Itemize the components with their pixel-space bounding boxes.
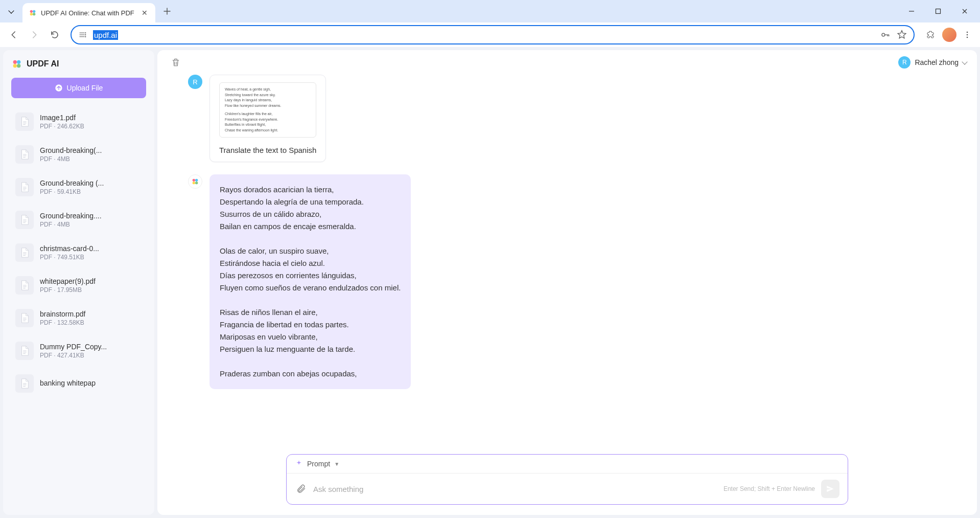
minimize-button[interactable] — [900, 3, 923, 20]
file-item[interactable]: whitepaper(9).pdf PDF · 17.95MB — [11, 270, 146, 301]
chat-area: R Waves of heat, a gentle sigh,Stretchin… — [157, 75, 977, 448]
file-meta: PDF · 427.41KB — [40, 352, 142, 359]
forward-button[interactable] — [26, 26, 43, 43]
send-button[interactable] — [821, 480, 839, 498]
tab-title: UPDF AI Online: Chat with PDF — [41, 9, 136, 17]
file-item[interactable]: Image1.pdf PDF · 246.62KB — [11, 106, 146, 137]
upload-label: Upload File — [67, 84, 103, 92]
caret-down-icon: ▼ — [334, 461, 339, 467]
user-dropdown[interactable]: R Rachel zhong — [898, 56, 967, 69]
main-area: R Rachel zhong R Waves of heat, a gentle… — [157, 50, 977, 515]
file-meta: PDF · 4MB — [40, 155, 142, 163]
chat-input-container: Prompt ▼ Enter Send; Shift + Enter Newli… — [286, 454, 848, 505]
svg-point-8 — [882, 33, 885, 36]
svg-point-5 — [85, 32, 86, 33]
sidebar: UPDF AI Upload File Image1.pdf PDF · 246… — [3, 50, 154, 515]
reload-button[interactable] — [46, 26, 63, 43]
back-button[interactable] — [5, 26, 22, 43]
svg-point-15 — [17, 64, 20, 67]
prompt-label: Prompt — [307, 460, 330, 468]
document-icon — [15, 243, 34, 262]
document-icon — [15, 211, 34, 229]
file-meta: PDF · 749.51KB — [40, 254, 142, 261]
file-meta: PDF · 17.95MB — [40, 286, 142, 294]
svg-point-13 — [17, 60, 20, 64]
upload-icon — [55, 84, 63, 92]
tab-search-dropdown[interactable] — [4, 4, 18, 18]
user-name: Rachel zhong — [915, 58, 959, 66]
svg-point-7 — [85, 36, 86, 37]
ai-message-text: Rayos dorados acarician la tierra, Despe… — [220, 184, 401, 380]
file-meta: PDF · 59.41KB — [40, 188, 142, 195]
svg-point-12 — [13, 60, 17, 64]
svg-point-3 — [33, 13, 35, 15]
file-name: whitepaper(9).pdf — [40, 277, 142, 285]
svg-point-9 — [967, 32, 968, 33]
document-icon — [15, 342, 34, 360]
svg-point-6 — [85, 34, 86, 35]
attach-button[interactable] — [295, 483, 307, 495]
svg-point-18 — [195, 179, 198, 182]
svg-point-20 — [195, 182, 198, 184]
attached-document-thumbnail[interactable]: Waves of heat, a gentle sigh,Stretching … — [219, 82, 316, 138]
file-name: Dummy PDF_Copy... — [40, 343, 142, 351]
prompt-selector[interactable]: Prompt ▼ — [287, 455, 848, 474]
file-name: Ground-breaking(... — [40, 146, 142, 154]
svg-rect-4 — [936, 9, 941, 14]
document-icon — [15, 374, 34, 393]
file-item[interactable]: christmas-card-0... PDF · 749.51KB — [11, 237, 146, 268]
chevron-down-icon — [962, 59, 967, 64]
sidebar-title: UPDF AI — [27, 59, 59, 69]
extensions-button[interactable] — [922, 26, 939, 43]
input-hint: Enter Send; Shift + Enter Newline — [724, 485, 815, 492]
user-message-text: Translate the text to Spanish — [219, 146, 316, 154]
file-name: Image1.pdf — [40, 114, 142, 122]
svg-point-2 — [30, 13, 33, 15]
file-item[interactable]: banking whitepap — [11, 368, 146, 399]
ai-message-bubble: Rayos dorados acarician la tierra, Despe… — [209, 174, 411, 389]
password-key-icon[interactable] — [880, 29, 891, 40]
file-name: Ground-breaking.... — [40, 212, 142, 220]
upload-file-button[interactable]: Upload File — [11, 78, 146, 98]
file-name: brainstorm.pdf — [40, 310, 142, 318]
file-name: banking whitepap — [40, 379, 142, 387]
profile-avatar[interactable] — [942, 28, 956, 42]
user-message-avatar: R — [188, 75, 202, 89]
user-avatar: R — [898, 56, 911, 69]
bookmark-star-icon[interactable] — [896, 29, 907, 40]
document-icon — [15, 276, 34, 295]
user-message-bubble: Waves of heat, a gentle sigh,Stretching … — [209, 75, 326, 162]
document-icon — [15, 178, 34, 196]
tab-bar: UPDF AI Online: Chat with PDF ✕ — [0, 0, 980, 22]
svg-point-0 — [30, 10, 33, 13]
file-item[interactable]: Ground-breaking (... PDF · 59.41KB — [11, 172, 146, 202]
site-settings-icon[interactable] — [78, 30, 88, 40]
tab-close-button[interactable]: ✕ — [140, 8, 149, 17]
browser-menu-button[interactable] — [960, 27, 975, 42]
svg-point-10 — [967, 34, 968, 36]
file-item[interactable]: Ground-breaking.... PDF · 4MB — [11, 205, 146, 235]
url-text: updf.ai — [93, 31, 875, 39]
svg-point-17 — [193, 179, 195, 182]
svg-point-11 — [967, 37, 968, 38]
svg-point-19 — [193, 182, 195, 184]
delete-button[interactable] — [168, 54, 184, 71]
file-meta: PDF · 246.62KB — [40, 123, 142, 130]
close-window-button[interactable] — [953, 3, 976, 20]
chat-text-input[interactable] — [313, 485, 717, 493]
address-bar[interactable]: updf.ai — [71, 25, 915, 44]
file-item[interactable]: Ground-breaking(... PDF · 4MB — [11, 139, 146, 170]
svg-point-1 — [33, 10, 35, 13]
maximize-button[interactable] — [927, 3, 949, 20]
new-tab-button[interactable] — [159, 4, 175, 19]
tab-favicon-icon — [29, 9, 37, 17]
updf-logo-icon — [11, 58, 22, 70]
browser-tab[interactable]: UPDF AI Online: Chat with PDF ✕ — [22, 3, 155, 22]
file-name: christmas-card-0... — [40, 244, 142, 253]
file-meta: PDF · 4MB — [40, 221, 142, 228]
browser-toolbar: updf.ai — [0, 22, 980, 47]
file-item[interactable]: brainstorm.pdf PDF · 132.58KB — [11, 303, 146, 333]
file-name: Ground-breaking (... — [40, 179, 142, 187]
document-icon — [15, 145, 34, 164]
file-item[interactable]: Dummy PDF_Copy... PDF · 427.41KB — [11, 335, 146, 366]
